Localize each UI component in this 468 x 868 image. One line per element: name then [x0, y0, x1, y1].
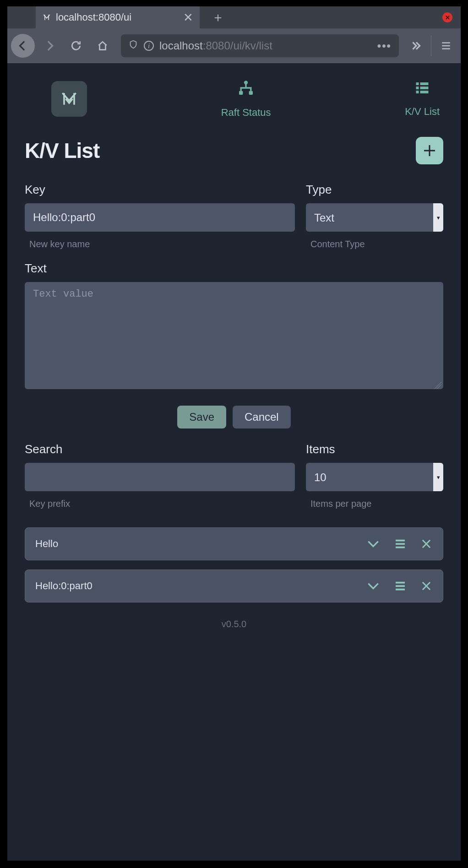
svg-rect-3 — [416, 82, 419, 85]
nav-label: Raft Status — [221, 107, 271, 119]
list-item[interactable]: Hello — [25, 527, 443, 560]
browser-tab[interactable]: localhost:8080/ui ✕ — [36, 6, 200, 28]
url-text: localhost:8080/ui/kv/list — [159, 39, 372, 52]
page-title: K/V List — [25, 138, 99, 163]
url-more-icon[interactable]: ••• — [377, 39, 392, 52]
tab-title: localhost:8080/ui — [56, 11, 179, 23]
delete-icon[interactable] — [420, 537, 433, 551]
browser-titlebar: localhost:8080/ui ✕ ＋ — [7, 6, 461, 28]
expand-icon[interactable] — [366, 537, 381, 551]
info-icon[interactable]: i — [144, 41, 154, 51]
shield-icon[interactable] — [128, 39, 138, 53]
text-label: Text — [25, 261, 443, 276]
type-helper: Content Type — [310, 239, 443, 250]
app-topnav: Raft Status K/V List — [25, 77, 443, 132]
kv-list: Hello Hello:0:part0 — [25, 527, 443, 602]
svg-rect-4 — [420, 82, 429, 85]
browser-toolbar: i localhost:8080/ui/kv/list ••• — [7, 28, 461, 63]
items-label: Items — [306, 442, 443, 456]
menu-icon[interactable] — [393, 537, 407, 551]
type-label: Type — [306, 183, 443, 197]
items-helper: Items per page — [310, 499, 443, 509]
brand-logo-icon[interactable] — [51, 81, 87, 117]
footer-version: v0.5.0 — [25, 619, 443, 629]
tab-favicon-icon — [42, 13, 51, 22]
svg-rect-7 — [416, 91, 419, 93]
svg-rect-5 — [416, 87, 419, 89]
hamburger-menu-icon[interactable] — [435, 35, 457, 57]
tab-close-icon[interactable]: ✕ — [183, 11, 193, 25]
dropdown-arrow-icon: ▾ — [433, 463, 443, 491]
delete-icon[interactable] — [420, 579, 433, 593]
menu-icon[interactable] — [393, 579, 407, 593]
nav-label: K/V List — [405, 106, 440, 118]
key-label: Key — [25, 183, 295, 197]
expand-icon[interactable] — [366, 579, 381, 593]
key-helper: New key name — [29, 239, 295, 250]
window-close-button[interactable] — [442, 12, 452, 22]
reload-button[interactable] — [64, 34, 88, 58]
key-input[interactable] — [25, 203, 295, 232]
item-key: Hello — [35, 538, 366, 550]
text-textarea[interactable] — [25, 282, 443, 389]
svg-rect-1 — [239, 91, 243, 95]
item-key: Hello:0:part0 — [35, 580, 366, 592]
add-button[interactable] — [416, 137, 443, 164]
svg-rect-2 — [249, 91, 253, 95]
dropdown-arrow-icon: ▾ — [433, 203, 443, 232]
svg-rect-8 — [420, 91, 429, 93]
page-content: Raft Status K/V List K/V List Key New ke… — [7, 63, 461, 861]
nav-kv-list[interactable]: K/V List — [405, 80, 440, 118]
new-tab-button[interactable]: ＋ — [209, 9, 227, 26]
toolbar-divider — [431, 36, 431, 56]
search-helper: Key prefix — [29, 499, 295, 509]
svg-rect-6 — [420, 87, 429, 89]
url-bar[interactable]: i localhost:8080/ui/kv/list ••• — [121, 34, 399, 57]
items-select[interactable]: 10 — [306, 463, 443, 491]
search-label: Search — [25, 442, 295, 456]
nav-raft-status[interactable]: Raft Status — [221, 79, 271, 119]
list-item[interactable]: Hello:0:part0 — [25, 570, 443, 602]
type-select[interactable]: Text — [306, 203, 443, 232]
back-button[interactable] — [11, 34, 35, 58]
cancel-button[interactable]: Cancel — [233, 406, 291, 429]
save-button[interactable]: Save — [177, 406, 226, 429]
search-input[interactable] — [25, 463, 295, 491]
home-button[interactable] — [91, 34, 114, 58]
overflow-chevron-icon[interactable] — [405, 35, 427, 57]
svg-point-0 — [244, 81, 248, 84]
sitemap-icon — [236, 79, 256, 101]
list-icon — [413, 80, 432, 100]
forward-button[interactable] — [38, 34, 61, 58]
